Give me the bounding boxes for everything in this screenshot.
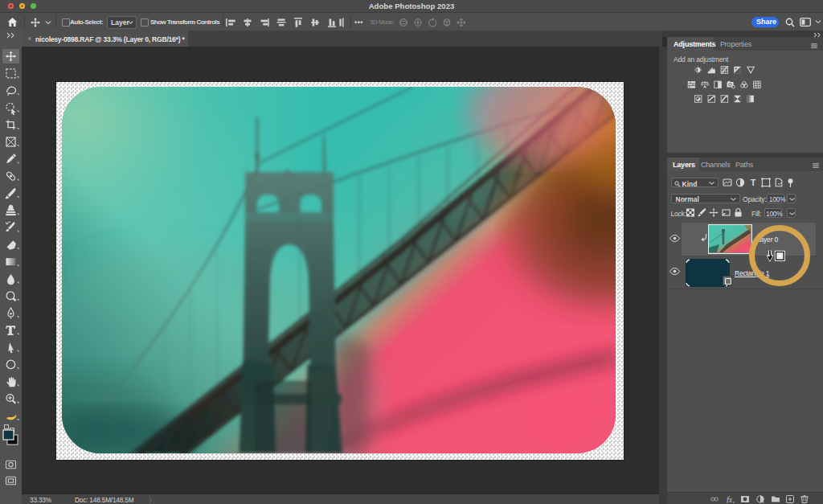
svg-text:fx: fx — [727, 495, 733, 503]
svg-text:T: T — [751, 178, 756, 187]
